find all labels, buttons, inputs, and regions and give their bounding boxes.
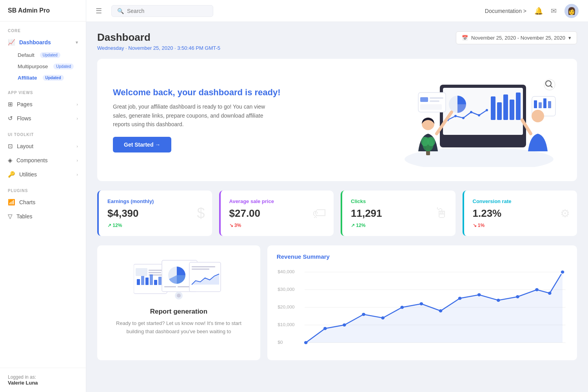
utilities-icon: 🔑: [8, 171, 15, 178]
stat-change-avg-sale: ↘ 3%: [229, 223, 325, 228]
sidebar-label-flows: Flows: [17, 115, 31, 122]
svg-text:$10,000: $10,000: [278, 322, 294, 327]
stat-label-conversion: Conversion rate: [473, 198, 569, 204]
svg-point-35: [427, 137, 435, 146]
sidebar-label-components: Components: [16, 157, 47, 163]
report-description: Ready to get started? Let us know now! I…: [107, 319, 251, 336]
search-icon: 🔍: [117, 8, 124, 14]
user-name: Valerie Luna: [8, 380, 78, 386]
app-logo: SB Admin Pro: [0, 0, 86, 22]
badge-updated-affiliate: Updated: [43, 75, 64, 81]
sub-label-multipurpose: Multipurpose: [18, 64, 48, 69]
tables-icon: ▽: [8, 213, 13, 220]
topbar-right: Documentation > 🔔 ✉ 👩: [485, 4, 579, 18]
stat-value-conversion: 1.23%: [473, 207, 569, 220]
svg-point-10: [462, 117, 465, 119]
page-title: Dashboard: [97, 31, 220, 44]
stat-value-clicks: 11,291: [351, 207, 447, 220]
search-input[interactable]: [127, 8, 207, 14]
svg-rect-19: [420, 104, 442, 110]
report-title: Report generation: [150, 308, 207, 316]
hero-illustration: [397, 73, 561, 167]
sidebar-item-charts[interactable]: 📶 Charts: [0, 195, 86, 209]
sidebar-subitem-default[interactable]: Default Updated: [0, 49, 86, 61]
calendar-icon: 📅: [462, 35, 468, 41]
cursor-icon: 🖱: [434, 205, 448, 221]
topbar: ☰ 🔍 Documentation > 🔔 ✉ 👩: [86, 0, 588, 22]
page-header: Dashboard Wednesday · November 25, 2020 …: [97, 31, 577, 51]
date-range-picker[interactable]: 📅 November 25, 2020 - November 25, 2020 …: [456, 31, 577, 44]
stat-value-avg-sale: $27.00: [229, 207, 325, 220]
svg-rect-37: [136, 268, 147, 276]
report-card: Report generation Ready to get started? …: [97, 245, 260, 360]
sidebar-label-charts: Charts: [19, 199, 35, 205]
sidebar-item-tables[interactable]: ▽ Tables: [0, 209, 86, 223]
svg-point-75: [419, 302, 423, 305]
stats-row: Earnings (monthly) $4,390 ↗ 12% $ Averag…: [97, 191, 577, 236]
svg-point-57: [177, 294, 181, 298]
stat-value-earnings: $4,390: [107, 207, 203, 220]
docs-link[interactable]: Documentation >: [485, 8, 526, 14]
svg-point-9: [454, 115, 457, 117]
svg-rect-42: [141, 276, 144, 285]
sidebar-item-utilities[interactable]: 🔑 Utilities ›: [0, 167, 86, 181]
stat-label-clicks: Clicks: [351, 198, 447, 204]
search-box[interactable]: 🔍: [111, 5, 213, 17]
pages-icon: ⊞: [8, 101, 13, 108]
sidebar: SB Admin Pro CORE 📈 Dashboards ▾ Default…: [0, 0, 86, 392]
get-started-button[interactable]: Get Started →: [113, 137, 171, 152]
svg-point-79: [497, 299, 500, 302]
svg-text:$0: $0: [278, 340, 283, 344]
svg-point-69: [304, 341, 308, 344]
svg-point-76: [439, 309, 442, 312]
svg-point-71: [343, 323, 346, 327]
svg-point-83: [560, 270, 564, 274]
svg-rect-16: [420, 97, 428, 102]
tag-icon: 🏷: [312, 205, 327, 221]
sidebar-item-flows[interactable]: ↺ Flows ›: [0, 111, 86, 125]
main-area: ☰ 🔍 Documentation > 🔔 ✉ 👩 Dashboard Wedn…: [86, 0, 588, 392]
section-label-plugins: PLUGINS: [0, 181, 86, 195]
hero-description: Great job, your affiliate dashboard is r…: [113, 102, 278, 129]
svg-rect-23: [543, 98, 546, 108]
svg-rect-21: [534, 100, 537, 108]
bell-icon[interactable]: 🔔: [534, 7, 543, 15]
sidebar-item-pages[interactable]: ⊞ Pages ›: [0, 97, 86, 111]
svg-rect-7: [516, 93, 521, 120]
svg-rect-46: [158, 277, 162, 285]
sidebar-label-tables: Tables: [16, 213, 32, 220]
sidebar-item-dashboards[interactable]: 📈 Dashboards ▾: [0, 35, 86, 49]
svg-point-77: [458, 297, 462, 300]
section-label-core: CORE: [0, 22, 86, 35]
flows-icon: ↺: [8, 115, 13, 122]
chevron-right-icon-flows: ›: [76, 116, 78, 121]
mail-icon[interactable]: ✉: [551, 7, 557, 15]
sidebar-item-layout[interactable]: ⊡ Layout ›: [0, 139, 86, 153]
stat-label-earnings: Earnings (monthly): [107, 198, 203, 204]
stat-card-clicks: Clicks 11,291 ↗ 12% 🖱: [341, 191, 456, 236]
chevron-right-icon-pages: ›: [76, 102, 78, 107]
svg-rect-45: [154, 280, 157, 285]
percent-icon: ⚙: [560, 207, 570, 220]
svg-point-78: [477, 293, 481, 296]
chevron-down-date: ▾: [568, 35, 571, 41]
dashboards-icon: 📈: [8, 39, 15, 46]
content-area: Dashboard Wednesday · November 25, 2020 …: [86, 22, 588, 392]
sidebar-subitem-multipurpose[interactable]: Multipurpose Updated: [0, 61, 86, 72]
sidebar-subitem-affiliate[interactable]: Affiliate Updated: [0, 72, 86, 83]
sidebar-label-utilities: Utilities: [19, 171, 37, 178]
svg-point-12: [478, 114, 480, 116]
svg-point-80: [516, 295, 519, 298]
stat-label-avg-sale: Average sale price: [229, 198, 325, 204]
menu-icon[interactable]: ☰: [96, 7, 102, 15]
sidebar-label-layout: Layout: [17, 143, 33, 149]
avatar[interactable]: 👩: [564, 4, 579, 18]
badge-updated-default: Updated: [40, 52, 60, 58]
stat-change-clicks: ↗ 12%: [351, 223, 447, 228]
svg-rect-54: [192, 269, 209, 270]
svg-point-11: [470, 111, 472, 113]
sidebar-item-components[interactable]: ◈ Components ›: [0, 153, 86, 167]
svg-point-72: [362, 313, 365, 316]
svg-rect-17: [430, 97, 443, 99]
hero-text: Welcome back, your dashboard is ready! G…: [113, 87, 281, 152]
